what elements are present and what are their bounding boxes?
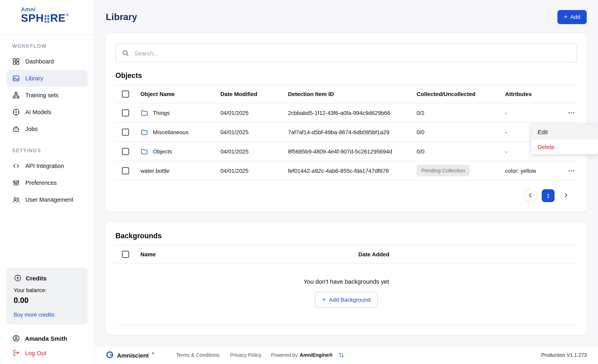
object-row: Miscellaneous 04/01/2025 7af7af14-d5bf-4… [116, 122, 577, 142]
object-name: Things [153, 109, 170, 116]
sidebar-item-preferences[interactable]: Preferences [0, 174, 94, 191]
attributes-value: color: yellow [505, 167, 565, 174]
folder-icon [140, 109, 148, 117]
row-actions-button[interactable] [566, 165, 577, 176]
app-logo[interactable]: Amni SPHRE® [0, 0, 94, 34]
jobs-icon [12, 125, 20, 133]
date-modified: 04/01/2025 [220, 129, 288, 135]
object-folder-link[interactable]: Miscellaneous [134, 128, 220, 136]
svg-text:$: $ [17, 276, 19, 280]
sidebar-nav: WORKFLOW Dashboard Library Training sets [0, 34, 94, 208]
backgrounds-table-header: Name Date Added [116, 245, 577, 264]
user-profile[interactable]: Amanda Smith [0, 330, 94, 344]
sidebar-item-dashboard[interactable]: Dashboard [0, 53, 94, 70]
page-header: Library + Add [106, 0, 587, 34]
backgrounds-card: Backgrounds Name Date Added You don't ha… [106, 222, 587, 335]
registered-mark: ® [66, 13, 69, 17]
detection-item-id: fef01442-a92c-4ab6-855c-fda1747df878 [288, 167, 417, 174]
row-checkbox[interactable] [122, 109, 129, 116]
status-badge: Pending Collection [417, 165, 470, 176]
main-content: Library + Add Objects [94, 0, 598, 346]
column-header-attributes: Attributes [505, 91, 565, 97]
balance-label: Your balance: [14, 287, 80, 293]
sidebar-item-label: Training sets [25, 92, 58, 98]
credits-card: $ Credits Your balance: 0.00 Buy more cr… [7, 267, 88, 325]
pagination-page-1[interactable]: 1 [542, 189, 555, 202]
logo-sphere-left: SPH [21, 12, 44, 24]
training-sets-icon [12, 91, 20, 99]
object-row: water bottle 04/01/2025 fef01442-a92c-4a… [116, 161, 577, 180]
section-label-settings: SETTINGS [0, 148, 94, 157]
sidebar-item-jobs[interactable]: Jobs [0, 121, 94, 138]
folder-icon [140, 128, 148, 136]
privacy-link[interactable]: Privacy Policy [230, 352, 261, 358]
logo-amni-text: Amni [21, 6, 94, 12]
powered-by: Powered by AmniEngine® [271, 352, 332, 358]
sidebar-item-library[interactable]: Library [7, 70, 88, 87]
sidebar-item-ai-models[interactable]: AI Models [0, 104, 94, 121]
sidebar-item-label: Dashboard [25, 58, 54, 65]
column-header-detection-item-id: Detection Item ID [288, 91, 417, 97]
row-actions-button[interactable] [566, 107, 577, 118]
select-all-checkbox[interactable] [122, 90, 129, 98]
credits-title: Credits [26, 275, 46, 282]
search-bar [116, 43, 577, 63]
row-checkbox[interactable] [122, 148, 129, 155]
logout-button[interactable]: Log Out [0, 344, 94, 364]
object-folder-link[interactable]: Objects [134, 147, 220, 155]
objects-table: Object Name Date Modified Detection Item… [116, 85, 577, 180]
row-checkbox[interactable] [122, 128, 129, 136]
api-integration-icon [12, 162, 20, 170]
buy-more-credits-link[interactable]: Buy more credits [14, 312, 55, 318]
plus-icon: + [564, 14, 567, 20]
pagination-next-button[interactable] [559, 189, 572, 202]
objects-card: Objects Object Name Date Modified Detect… [106, 34, 587, 212]
menu-item-edit[interactable]: Edit [531, 125, 598, 139]
object-name: Miscellaneous [153, 129, 188, 135]
avatar-icon [12, 334, 20, 342]
ai-models-icon [12, 108, 20, 116]
object-row: Objects 04/01/2025 8f5685b9-4809-4e4f-90… [116, 142, 577, 161]
footer-links: Terms & Conditions Privacy Policy [176, 352, 261, 358]
amni-dots-icon [338, 352, 345, 358]
add-button-label: Add [570, 14, 580, 20]
object-name: Objects [153, 148, 172, 154]
add-button[interactable]: + Add [557, 10, 587, 24]
date-modified: 04/01/2025 [220, 148, 288, 154]
search-input[interactable] [116, 43, 577, 63]
object-item-link[interactable]: water bottle [134, 167, 220, 174]
version-label: Production V1.1.273 [541, 352, 587, 358]
sidebar-item-training-sets[interactable]: Training sets [0, 87, 94, 104]
detection-item-id: 7af7af14-d5bf-49ba-8674-6db085bf1a29 [288, 129, 417, 135]
sidebar-item-label: Jobs [25, 126, 38, 132]
select-all-checkbox[interactable] [122, 251, 129, 258]
engine-brand: AmniEngine® [299, 352, 332, 358]
add-background-label: Add Background [329, 297, 371, 303]
terms-link[interactable]: Terms & Conditions [176, 352, 220, 358]
backgrounds-title: Backgrounds [116, 232, 577, 240]
balance-value: 0.00 [14, 296, 80, 305]
footer-brand[interactable]: Amniscient ® [106, 350, 154, 360]
detection-item-id: 2cbbabd5-1f12-43f6-a0fa-994c9d629b66 [288, 109, 417, 116]
object-name: water bottle [140, 167, 169, 174]
app-root: Amni SPHRE® WORKFLOW Dashboard Library [0, 0, 598, 364]
sidebar-item-api-integration[interactable]: API Integration [0, 157, 94, 174]
objects-title: Objects [116, 72, 577, 80]
collected-count: 0/0 [417, 148, 505, 154]
pagination: 1 [116, 189, 577, 202]
pagination-prev-button[interactable] [524, 189, 537, 202]
object-row: Things 04/01/2025 2cbbabd5-1f12-43f6-a0f… [116, 103, 577, 122]
powered-by-text: Powered by [271, 352, 298, 358]
object-folder-link[interactable]: Things [134, 109, 220, 117]
date-modified: 04/01/2025 [220, 109, 288, 116]
main-column: Library + Add Objects [94, 0, 598, 364]
sidebar-item-user-management[interactable]: User Management [0, 191, 94, 208]
folder-icon [140, 147, 148, 155]
menu-item-delete[interactable]: Delete [531, 139, 598, 154]
footer-brand-name: Amniscient [117, 352, 149, 359]
column-header-date-added: Date Added [358, 251, 577, 258]
row-checkbox[interactable] [122, 167, 129, 174]
add-background-button[interactable]: + Add Background [315, 292, 378, 308]
empty-state-text: You don't have backgrounds yet [304, 278, 389, 285]
backgrounds-empty-state: You don't have backgrounds yet + Add Bac… [116, 264, 577, 325]
